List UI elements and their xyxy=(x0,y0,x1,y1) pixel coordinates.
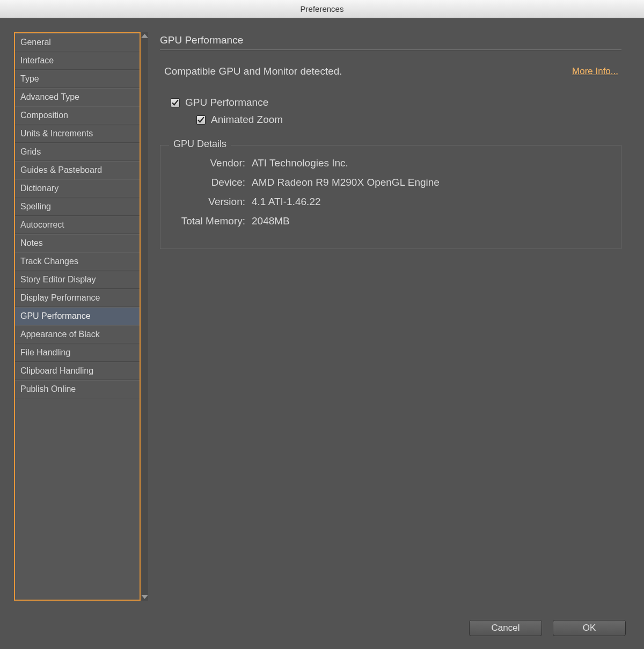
sidebar-item-file-handling[interactable]: File Handling xyxy=(15,344,140,362)
sidebar-item-clipboard-handling[interactable]: Clipboard Handling xyxy=(15,362,140,380)
sidebar-item-interface[interactable]: Interface xyxy=(15,52,140,70)
scroll-up-icon[interactable] xyxy=(141,32,148,40)
sidebar-item-units-increments[interactable]: Units & Increments xyxy=(15,125,140,143)
window-title: Preferences xyxy=(301,4,344,13)
sidebar-item-notes[interactable]: Notes xyxy=(15,234,140,252)
title-bar: Preferences xyxy=(0,0,644,18)
sidebar-item-spelling[interactable]: Spelling xyxy=(15,198,140,216)
sidebar-item-autocorrect[interactable]: Autocorrect xyxy=(15,216,140,234)
detail-label: Device: xyxy=(170,177,245,188)
compat-row: Compatible GPU and Monitor detected. Mor… xyxy=(160,65,621,77)
detail-value: 4.1 ATI-1.46.22 xyxy=(252,196,321,208)
detail-label: Version: xyxy=(170,196,245,208)
sidebar-item-grids[interactable]: Grids xyxy=(15,143,140,161)
dialog-button-row: Cancel OK xyxy=(469,620,626,636)
detail-label: Total Memory: xyxy=(170,215,245,227)
detail-row-device: Device: AMD Radeon R9 M290X OpenGL Engin… xyxy=(170,177,611,188)
sidebar-item-advanced-type[interactable]: Advanced Type xyxy=(15,88,140,106)
gpu-performance-checkbox-row[interactable]: GPU Performance xyxy=(171,97,621,108)
sidebar-item-type[interactable]: Type xyxy=(15,70,140,88)
detail-row-total-memory: Total Memory: 2048MB xyxy=(170,215,611,227)
category-sidebar: GeneralInterfaceTypeAdvanced TypeComposi… xyxy=(14,32,141,601)
ok-button[interactable]: OK xyxy=(553,620,626,636)
detail-value: AMD Radeon R9 M290X OpenGL Engine xyxy=(252,177,440,188)
settings-panel: GPU Performance Compatible GPU and Monit… xyxy=(160,32,630,601)
sidebar-item-display-performance[interactable]: Display Performance xyxy=(15,289,140,307)
detail-label: Vendor: xyxy=(170,157,245,169)
cancel-button[interactable]: Cancel xyxy=(469,620,542,636)
sidebar-item-dictionary[interactable]: Dictionary xyxy=(15,179,140,198)
sidebar-item-gpu-performance[interactable]: GPU Performance xyxy=(15,307,140,325)
sidebar-item-composition[interactable]: Composition xyxy=(15,106,140,125)
sidebar-item-story-editor-display[interactable]: Story Editor Display xyxy=(15,271,140,289)
checkbox-checked-icon[interactable] xyxy=(196,115,206,125)
detail-row-vendor: Vendor: ATI Technologies Inc. xyxy=(170,157,611,169)
dialog-body: GeneralInterfaceTypeAdvanced TypeComposi… xyxy=(0,18,644,649)
detail-value: 2048MB xyxy=(252,215,290,227)
panel-title: GPU Performance xyxy=(160,34,621,46)
sidebar-item-guides-pasteboard[interactable]: Guides & Pasteboard xyxy=(15,161,140,179)
checkbox-checked-icon[interactable] xyxy=(171,98,180,107)
more-info-link[interactable]: More Info... xyxy=(572,66,618,77)
gpu-details-fieldset: GPU Details Vendor: ATI Technologies Inc… xyxy=(160,145,621,249)
detail-row-version: Version: 4.1 ATI-1.46.22 xyxy=(170,196,611,208)
sidebar-item-publish-online[interactable]: Publish Online xyxy=(15,380,140,398)
gpu-details-legend: GPU Details xyxy=(169,138,231,150)
scroll-down-icon[interactable] xyxy=(141,593,148,601)
sidebar-container: GeneralInterfaceTypeAdvanced TypeComposi… xyxy=(14,32,148,601)
animated-zoom-label: Animated Zoom xyxy=(211,114,283,126)
sidebar-scrollbar[interactable] xyxy=(141,32,148,601)
compat-message: Compatible GPU and Monitor detected. xyxy=(164,65,342,77)
sidebar-item-appearance-of-black[interactable]: Appearance of Black xyxy=(15,325,140,344)
detail-value: ATI Technologies Inc. xyxy=(252,157,348,169)
sidebar-item-track-changes[interactable]: Track Changes xyxy=(15,252,140,271)
animated-zoom-checkbox-row[interactable]: Animated Zoom xyxy=(196,114,621,126)
sidebar-item-general[interactable]: General xyxy=(15,33,140,52)
preferences-window: Preferences GeneralInterfaceTypeAdvanced… xyxy=(0,0,644,649)
gpu-performance-label: GPU Performance xyxy=(185,97,268,108)
divider xyxy=(160,49,621,50)
category-list: GeneralInterfaceTypeAdvanced TypeComposi… xyxy=(15,33,140,600)
